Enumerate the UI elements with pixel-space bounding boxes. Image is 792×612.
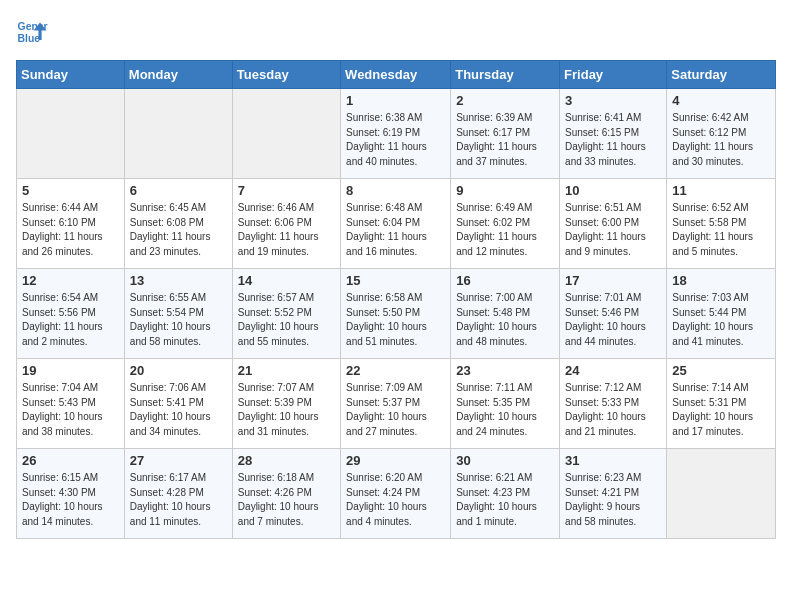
day-number: 27	[130, 453, 227, 468]
calendar-cell: 2Sunrise: 6:39 AM Sunset: 6:17 PM Daylig…	[451, 89, 560, 179]
day-number: 17	[565, 273, 661, 288]
day-info: Sunrise: 6:15 AM Sunset: 4:30 PM Dayligh…	[22, 471, 119, 529]
day-info: Sunrise: 6:39 AM Sunset: 6:17 PM Dayligh…	[456, 111, 554, 169]
day-number: 3	[565, 93, 661, 108]
weekday-header-saturday: Saturday	[667, 61, 776, 89]
day-number: 20	[130, 363, 227, 378]
calendar-cell: 8Sunrise: 6:48 AM Sunset: 6:04 PM Daylig…	[341, 179, 451, 269]
day-number: 7	[238, 183, 335, 198]
calendar-cell: 6Sunrise: 6:45 AM Sunset: 6:08 PM Daylig…	[124, 179, 232, 269]
day-number: 21	[238, 363, 335, 378]
day-info: Sunrise: 7:06 AM Sunset: 5:41 PM Dayligh…	[130, 381, 227, 439]
day-info: Sunrise: 6:20 AM Sunset: 4:24 PM Dayligh…	[346, 471, 445, 529]
calendar-table: SundayMondayTuesdayWednesdayThursdayFrid…	[16, 60, 776, 539]
day-info: Sunrise: 7:00 AM Sunset: 5:48 PM Dayligh…	[456, 291, 554, 349]
day-number: 8	[346, 183, 445, 198]
day-info: Sunrise: 6:49 AM Sunset: 6:02 PM Dayligh…	[456, 201, 554, 259]
calendar-cell: 3Sunrise: 6:41 AM Sunset: 6:15 PM Daylig…	[560, 89, 667, 179]
day-number: 22	[346, 363, 445, 378]
calendar-cell: 10Sunrise: 6:51 AM Sunset: 6:00 PM Dayli…	[560, 179, 667, 269]
day-number: 14	[238, 273, 335, 288]
weekday-header-monday: Monday	[124, 61, 232, 89]
calendar-cell: 7Sunrise: 6:46 AM Sunset: 6:06 PM Daylig…	[232, 179, 340, 269]
svg-text:Blue: Blue	[18, 33, 41, 44]
day-info: Sunrise: 6:38 AM Sunset: 6:19 PM Dayligh…	[346, 111, 445, 169]
day-info: Sunrise: 6:41 AM Sunset: 6:15 PM Dayligh…	[565, 111, 661, 169]
day-number: 28	[238, 453, 335, 468]
calendar-cell: 20Sunrise: 7:06 AM Sunset: 5:41 PM Dayli…	[124, 359, 232, 449]
day-info: Sunrise: 6:55 AM Sunset: 5:54 PM Dayligh…	[130, 291, 227, 349]
day-number: 26	[22, 453, 119, 468]
day-number: 4	[672, 93, 770, 108]
day-info: Sunrise: 6:52 AM Sunset: 5:58 PM Dayligh…	[672, 201, 770, 259]
day-number: 1	[346, 93, 445, 108]
day-info: Sunrise: 7:03 AM Sunset: 5:44 PM Dayligh…	[672, 291, 770, 349]
calendar-cell: 15Sunrise: 6:58 AM Sunset: 5:50 PM Dayli…	[341, 269, 451, 359]
day-info: Sunrise: 7:11 AM Sunset: 5:35 PM Dayligh…	[456, 381, 554, 439]
calendar-cell: 29Sunrise: 6:20 AM Sunset: 4:24 PM Dayli…	[341, 449, 451, 539]
calendar-cell: 9Sunrise: 6:49 AM Sunset: 6:02 PM Daylig…	[451, 179, 560, 269]
day-info: Sunrise: 7:07 AM Sunset: 5:39 PM Dayligh…	[238, 381, 335, 439]
day-info: Sunrise: 6:44 AM Sunset: 6:10 PM Dayligh…	[22, 201, 119, 259]
calendar-cell: 18Sunrise: 7:03 AM Sunset: 5:44 PM Dayli…	[667, 269, 776, 359]
day-info: Sunrise: 6:17 AM Sunset: 4:28 PM Dayligh…	[130, 471, 227, 529]
calendar-cell	[124, 89, 232, 179]
calendar-cell: 28Sunrise: 6:18 AM Sunset: 4:26 PM Dayli…	[232, 449, 340, 539]
calendar-cell: 11Sunrise: 6:52 AM Sunset: 5:58 PM Dayli…	[667, 179, 776, 269]
calendar-cell: 25Sunrise: 7:14 AM Sunset: 5:31 PM Dayli…	[667, 359, 776, 449]
day-info: Sunrise: 6:48 AM Sunset: 6:04 PM Dayligh…	[346, 201, 445, 259]
calendar-cell: 23Sunrise: 7:11 AM Sunset: 5:35 PM Dayli…	[451, 359, 560, 449]
day-number: 24	[565, 363, 661, 378]
day-info: Sunrise: 7:14 AM Sunset: 5:31 PM Dayligh…	[672, 381, 770, 439]
calendar-cell: 27Sunrise: 6:17 AM Sunset: 4:28 PM Dayli…	[124, 449, 232, 539]
day-info: Sunrise: 7:09 AM Sunset: 5:37 PM Dayligh…	[346, 381, 445, 439]
calendar-cell: 13Sunrise: 6:55 AM Sunset: 5:54 PM Dayli…	[124, 269, 232, 359]
weekday-header-wednesday: Wednesday	[341, 61, 451, 89]
calendar-cell: 16Sunrise: 7:00 AM Sunset: 5:48 PM Dayli…	[451, 269, 560, 359]
weekday-header-sunday: Sunday	[17, 61, 125, 89]
day-number: 16	[456, 273, 554, 288]
calendar-cell: 17Sunrise: 7:01 AM Sunset: 5:46 PM Dayli…	[560, 269, 667, 359]
day-number: 23	[456, 363, 554, 378]
calendar-cell	[17, 89, 125, 179]
day-info: Sunrise: 6:58 AM Sunset: 5:50 PM Dayligh…	[346, 291, 445, 349]
calendar-cell: 31Sunrise: 6:23 AM Sunset: 4:21 PM Dayli…	[560, 449, 667, 539]
day-number: 13	[130, 273, 227, 288]
day-number: 6	[130, 183, 227, 198]
day-info: Sunrise: 7:12 AM Sunset: 5:33 PM Dayligh…	[565, 381, 661, 439]
calendar-cell: 4Sunrise: 6:42 AM Sunset: 6:12 PM Daylig…	[667, 89, 776, 179]
day-number: 11	[672, 183, 770, 198]
logo-icon: General Blue	[16, 16, 48, 48]
day-number: 10	[565, 183, 661, 198]
day-info: Sunrise: 6:18 AM Sunset: 4:26 PM Dayligh…	[238, 471, 335, 529]
day-info: Sunrise: 6:51 AM Sunset: 6:00 PM Dayligh…	[565, 201, 661, 259]
day-number: 2	[456, 93, 554, 108]
calendar-cell	[667, 449, 776, 539]
day-info: Sunrise: 6:57 AM Sunset: 5:52 PM Dayligh…	[238, 291, 335, 349]
calendar-cell: 19Sunrise: 7:04 AM Sunset: 5:43 PM Dayli…	[17, 359, 125, 449]
day-info: Sunrise: 6:45 AM Sunset: 6:08 PM Dayligh…	[130, 201, 227, 259]
day-info: Sunrise: 6:54 AM Sunset: 5:56 PM Dayligh…	[22, 291, 119, 349]
day-number: 25	[672, 363, 770, 378]
calendar-cell: 30Sunrise: 6:21 AM Sunset: 4:23 PM Dayli…	[451, 449, 560, 539]
calendar-cell	[232, 89, 340, 179]
day-info: Sunrise: 7:04 AM Sunset: 5:43 PM Dayligh…	[22, 381, 119, 439]
day-info: Sunrise: 7:01 AM Sunset: 5:46 PM Dayligh…	[565, 291, 661, 349]
page-header: General Blue	[16, 16, 776, 48]
day-number: 12	[22, 273, 119, 288]
weekday-header-friday: Friday	[560, 61, 667, 89]
day-number: 5	[22, 183, 119, 198]
calendar-cell: 14Sunrise: 6:57 AM Sunset: 5:52 PM Dayli…	[232, 269, 340, 359]
day-info: Sunrise: 6:46 AM Sunset: 6:06 PM Dayligh…	[238, 201, 335, 259]
calendar-cell: 21Sunrise: 7:07 AM Sunset: 5:39 PM Dayli…	[232, 359, 340, 449]
day-info: Sunrise: 6:21 AM Sunset: 4:23 PM Dayligh…	[456, 471, 554, 529]
day-number: 18	[672, 273, 770, 288]
day-number: 15	[346, 273, 445, 288]
weekday-header-tuesday: Tuesday	[232, 61, 340, 89]
day-number: 19	[22, 363, 119, 378]
day-number: 9	[456, 183, 554, 198]
logo: General Blue	[16, 16, 54, 48]
calendar-cell: 1Sunrise: 6:38 AM Sunset: 6:19 PM Daylig…	[341, 89, 451, 179]
day-number: 29	[346, 453, 445, 468]
calendar-cell: 26Sunrise: 6:15 AM Sunset: 4:30 PM Dayli…	[17, 449, 125, 539]
